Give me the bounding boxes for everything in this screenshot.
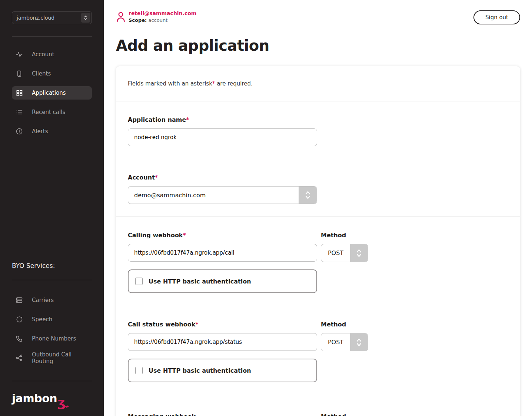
user-scope: Scope: account xyxy=(129,17,196,23)
sidebar-item-label: Applications xyxy=(32,90,66,96)
list-icon xyxy=(16,108,23,116)
call-status-webhook-method-select[interactable]: POST xyxy=(321,333,368,351)
asterisk: * xyxy=(155,174,158,181)
sidebar-item-account[interactable]: Account xyxy=(12,48,92,61)
calling-webhook-basic-auth-toggle[interactable]: Use HTTP basic authentication xyxy=(128,269,317,293)
application-name-section: Application name* xyxy=(116,101,520,159)
sidebar-divider xyxy=(12,36,92,37)
chevron-up-down-icon xyxy=(350,333,368,351)
basic-auth-label: Use HTTP basic authentication xyxy=(149,367,251,374)
sidebar-item-recent-calls[interactable]: Recent calls xyxy=(12,105,92,119)
sidebar-item-label: Recent calls xyxy=(32,109,65,115)
sidebar-nav: Account Clients Applications Recent call… xyxy=(12,48,92,144)
call-status-webhook-section: Call status webhook* Method POST xyxy=(116,306,520,395)
add-application-form-card: Fields marked with an asterisk* are requ… xyxy=(116,66,520,416)
chevron-up-down-icon xyxy=(350,244,368,262)
byo-services-heading: BYO Services: xyxy=(12,262,92,269)
account-select[interactable]: demo@sammachin.com xyxy=(128,186,317,204)
messaging-webhook-section: Messaging webhook Method xyxy=(116,395,520,416)
sidebar-item-outbound-call-routing[interactable]: Outbound Call Routing xyxy=(12,351,92,365)
speech-bubble-icon xyxy=(16,316,23,323)
sidebar-item-phone-numbers[interactable]: Phone Numbers xyxy=(12,332,92,345)
method-select-value: POST xyxy=(321,249,350,256)
user-email: retell@sammachin.com xyxy=(129,10,196,17)
required-note: Fields marked with an asterisk* are requ… xyxy=(116,66,520,101)
scope-label: Scope: xyxy=(129,17,147,23)
phone-icon xyxy=(16,335,23,342)
scope-value: account xyxy=(148,17,167,23)
checkbox-icon[interactable] xyxy=(135,278,143,285)
sidebar-item-label: Outbound Call Routing xyxy=(32,351,88,365)
checkbox-icon[interactable] xyxy=(135,367,143,374)
user-identity: retell@sammachin.com Scope: account xyxy=(129,10,196,23)
method-label: Method xyxy=(321,321,368,328)
chevron-up-down-icon xyxy=(81,13,90,23)
sidebar-item-label: Speech xyxy=(32,316,52,323)
sidebar-item-label: Account xyxy=(32,51,54,58)
required-note-text: are required. xyxy=(215,80,252,87)
sidebar-spacer xyxy=(12,144,92,262)
grid-icon xyxy=(16,89,23,97)
required-note-text: Fields marked with an asterisk xyxy=(128,80,212,87)
asterisk: * xyxy=(186,116,189,123)
tenant-select-value: jambonz.cloud xyxy=(17,15,54,21)
messaging-webhook-label: Messaging webhook xyxy=(128,413,317,416)
share-network-icon xyxy=(16,354,23,362)
account-label: Account* xyxy=(128,174,508,181)
calling-webhook-input[interactable] xyxy=(128,244,317,262)
sidebar: jambonz.cloud Account Clients xyxy=(0,0,104,416)
sidebar-item-label: Alerts xyxy=(32,128,48,135)
top-bar: retell@sammachin.com Scope: account Sign… xyxy=(116,10,520,24)
account-select-value: demo@sammachin.com xyxy=(128,192,206,199)
sidebar-divider xyxy=(12,280,92,280)
sidebar-item-clients[interactable]: Clients xyxy=(12,67,92,80)
page-title: Add an application xyxy=(116,37,520,54)
mobile-icon xyxy=(16,70,23,77)
sign-out-button[interactable]: Sign out xyxy=(473,10,520,24)
calling-webhook-method-select[interactable]: POST xyxy=(321,244,368,262)
sidebar-item-applications[interactable]: Applications xyxy=(12,86,92,100)
calling-webhook-section: Calling webhook* Method POST xyxy=(116,217,520,306)
asterisk: * xyxy=(195,321,198,328)
method-label: Method xyxy=(321,413,368,416)
calling-webhook-label: Calling webhook* xyxy=(128,232,317,239)
main-content: retell@sammachin.com Scope: account Sign… xyxy=(104,0,532,416)
sidebar-item-label: Carriers xyxy=(32,297,54,303)
sidebar-item-carriers[interactable]: Carriers xyxy=(12,293,92,307)
jambonz-logo-arrow-icon xyxy=(63,403,69,410)
sidebar-divider xyxy=(12,381,92,381)
account-section: Account* demo@sammachin.com xyxy=(116,159,520,217)
app-root: jambonz.cloud Account Clients xyxy=(0,0,532,416)
alert-circle-icon xyxy=(16,128,23,135)
user-chip: retell@sammachin.com Scope: account xyxy=(116,10,196,24)
method-label: Method xyxy=(321,232,368,239)
server-icon xyxy=(16,296,23,304)
basic-auth-label: Use HTTP basic authentication xyxy=(149,278,251,285)
sidebar-item-alerts[interactable]: Alerts xyxy=(12,125,92,138)
call-status-webhook-label: Call status webhook* xyxy=(128,321,317,328)
sidebar-byo-nav: Carriers Speech Phone Numbers Outbound C… xyxy=(12,293,92,370)
asterisk: * xyxy=(183,232,186,239)
jambonz-logo-text: jambon xyxy=(12,393,57,404)
call-status-webhook-input[interactable] xyxy=(128,333,317,351)
call-status-webhook-basic-auth-toggle[interactable]: Use HTTP basic authentication xyxy=(128,359,317,382)
method-select-value: POST xyxy=(321,339,350,346)
tenant-select[interactable]: jambonz.cloud xyxy=(12,11,92,24)
sidebar-item-label: Clients xyxy=(32,70,51,77)
sidebar-item-speech[interactable]: Speech xyxy=(12,313,92,326)
chevron-up-down-icon xyxy=(299,187,317,204)
user-icon xyxy=(116,11,126,24)
activity-icon xyxy=(16,51,23,58)
application-name-input[interactable] xyxy=(128,128,317,146)
sidebar-item-label: Phone Numbers xyxy=(32,335,76,342)
jambonz-logo: jambonʒ xyxy=(12,393,92,406)
application-name-label: Application name* xyxy=(128,116,508,123)
